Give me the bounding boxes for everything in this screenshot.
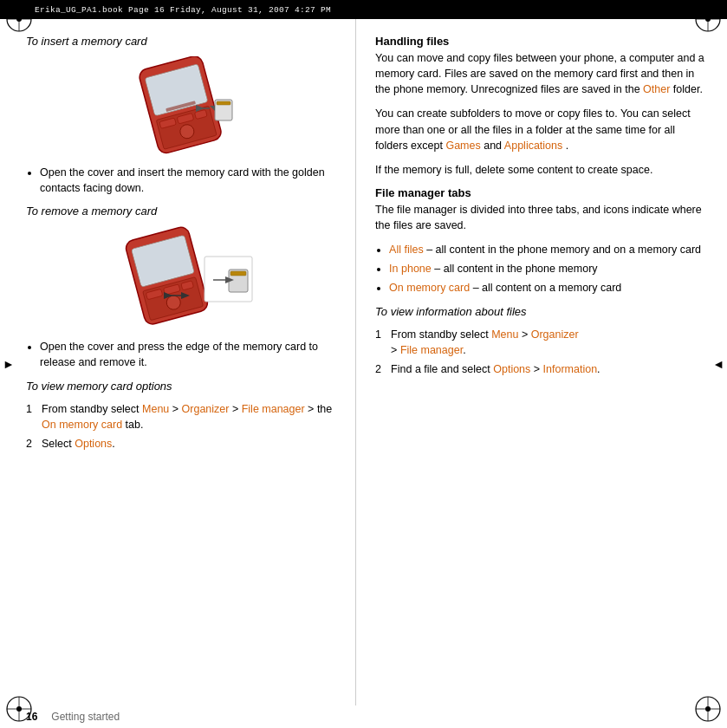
handling-files-para2: You can create subfolders to move or cop… — [375, 106, 710, 153]
tab-bullet-in-phone: In phone – all content in the phone memo… — [389, 261, 710, 276]
file-manager-tabs-heading: File manager tabs — [375, 186, 710, 199]
right-column: Handling files You can move and copy fil… — [356, 19, 727, 705]
view-info-step-1: 1 From standby select Menu > Organizer> … — [375, 327, 710, 358]
other-link: Other — [643, 83, 670, 95]
remove-bullet-list: Open the cover and press the edge of the… — [40, 339, 340, 370]
tab-bullet-on-memory-card: On memory card – all content on a memory… — [389, 280, 710, 296]
view-options-steps: 1 From standby select Menu > Organizer >… — [26, 401, 340, 452]
handling-files-para3: If the memory is full, delete some conte… — [375, 162, 710, 178]
page-number: 16 — [26, 711, 37, 723]
view-info-step-2: 2 Find a file and select Options > Infor… — [375, 361, 710, 377]
file-manager-tabs-desc: The file manager is divided into three t… — [375, 202, 710, 233]
left-column: To insert a memory card — [0, 19, 356, 705]
page-content: To insert a memory card — [0, 19, 727, 705]
footer-bar: 16 Getting started — [0, 705, 727, 728]
insert-heading: To insert a memory card — [26, 35, 340, 48]
view-info-heading: To view information about files — [375, 305, 710, 318]
svg-rect-40 — [230, 271, 246, 276]
view-options-step-1: 1 From standby select Menu > Organizer >… — [26, 401, 340, 432]
view-options-heading: To view memory card options — [26, 380, 340, 393]
insert-bullet-item: Open the cover and insert the memory car… — [40, 165, 340, 196]
svg-rect-26 — [217, 101, 230, 105]
handling-files-para1: You can move and copy files between your… — [375, 50, 710, 97]
applications-link: Applications — [504, 140, 562, 152]
remove-heading: To remove a memory card — [26, 205, 340, 218]
header-text: Erika_UG_PA1.book Page 16 Friday, August… — [35, 5, 331, 15]
insert-phone-image — [88, 56, 278, 156]
header-bar: Erika_UG_PA1.book Page 16 Friday, August… — [0, 0, 727, 19]
remove-bullet-item: Open the cover and press the edge of the… — [40, 339, 340, 370]
section-label: Getting started — [51, 711, 120, 723]
remove-phone-image — [88, 226, 278, 330]
games-link: Games — [445, 140, 480, 152]
tab-bullet-all-files: All files – all content in the phone mem… — [389, 242, 710, 257]
view-info-steps: 1 From standby select Menu > Organizer> … — [375, 327, 710, 377]
view-options-step-2: 2 Select Options. — [26, 436, 340, 452]
insert-bullet-list: Open the cover and insert the memory car… — [40, 165, 340, 196]
tabs-bullet-list: All files – all content in the phone mem… — [389, 242, 710, 296]
handling-files-heading: Handling files — [375, 35, 710, 48]
